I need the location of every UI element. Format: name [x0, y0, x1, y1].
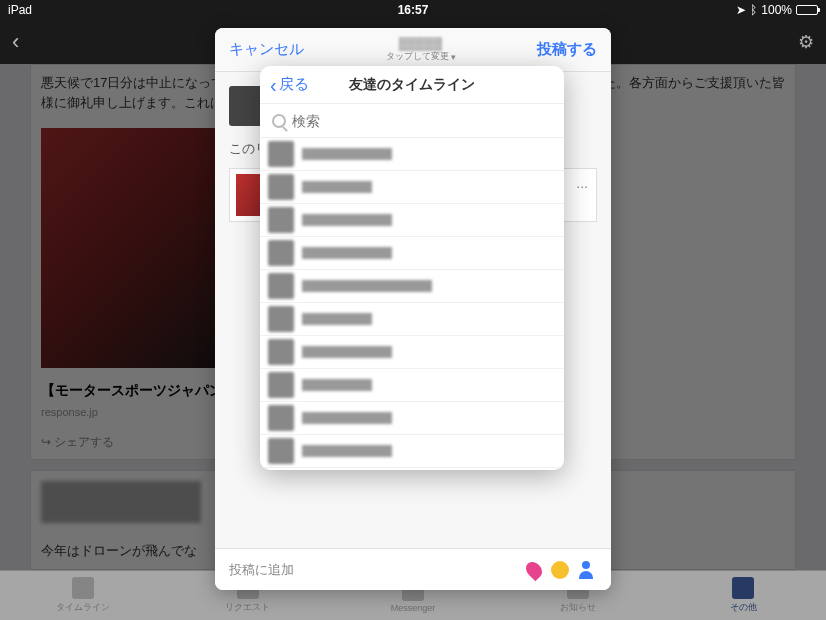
gear-icon[interactable]: ⚙	[798, 31, 814, 53]
friend-list-item[interactable]	[260, 435, 564, 468]
search-icon	[272, 114, 286, 128]
battery-icon	[796, 5, 818, 15]
friend-list-item[interactable]	[260, 270, 564, 303]
add-to-post-label: 投稿に追加	[229, 561, 294, 579]
compose-toolbar: 投稿に追加	[215, 548, 611, 590]
friend-list-item[interactable]	[260, 204, 564, 237]
post-button[interactable]: 投稿する	[537, 40, 597, 59]
popup-back-button[interactable]: ‹ 戻る	[260, 75, 319, 94]
friend-list[interactable]	[260, 138, 564, 470]
cancel-button[interactable]: キャンセル	[229, 40, 304, 59]
search-input[interactable]	[292, 113, 552, 129]
friend-list-item[interactable]	[260, 237, 564, 270]
popup-title: 友達のタイムライン	[349, 76, 475, 94]
friend-list-item[interactable]	[260, 336, 564, 369]
clock: 16:57	[278, 3, 548, 17]
battery-percent: 100%	[761, 3, 792, 17]
bluetooth-icon: ᛒ	[750, 3, 757, 17]
friend-list-item[interactable]	[260, 402, 564, 435]
link-more-icon[interactable]: ...	[576, 175, 588, 191]
status-bar: iPad 16:57 ➤ ᛒ 100%	[0, 0, 826, 20]
search-field-row	[260, 104, 564, 138]
friend-list-item[interactable]	[260, 303, 564, 336]
chevron-down-icon: ▾	[451, 52, 456, 62]
feeling-icon[interactable]	[551, 561, 569, 579]
status-right: ➤ ᛒ 100%	[548, 3, 818, 17]
tag-friend-icon[interactable]	[579, 561, 597, 579]
location-arrow-icon: ➤	[736, 3, 746, 17]
friend-timeline-popup: ‹ 戻る 友達のタイムライン	[260, 66, 564, 470]
audience-selector[interactable]: ▓▓▓▓▓ タップして変更 ▾	[386, 36, 456, 63]
location-icon[interactable]	[523, 558, 546, 581]
friend-list-item[interactable]	[260, 369, 564, 402]
back-chevron-icon[interactable]: ‹	[12, 29, 19, 55]
friend-list-item[interactable]	[260, 171, 564, 204]
device-label: iPad	[8, 3, 278, 17]
chevron-left-icon: ‹	[270, 78, 277, 92]
popup-header: ‹ 戻る 友達のタイムライン	[260, 66, 564, 104]
friend-list-item[interactable]	[260, 138, 564, 171]
